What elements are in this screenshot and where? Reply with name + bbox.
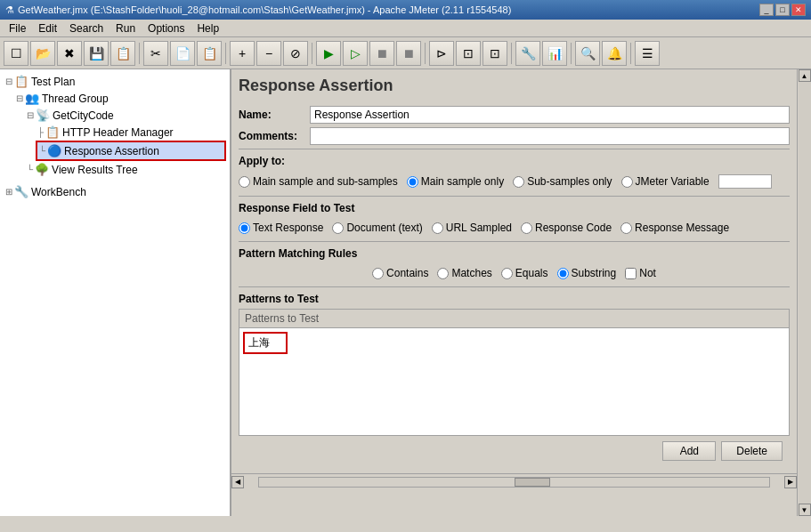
apply-jmeter-var[interactable]: JMeter Variable [621,175,710,188]
field-code-radio[interactable] [521,222,532,234]
field-text-radio[interactable] [239,222,250,234]
connector-2: ⊟ [16,93,23,103]
field-url-radio[interactable] [432,222,443,234]
tree-item-view-results[interactable]: └ 🌳 View Results Tree [25,161,226,178]
toolbar-remove[interactable]: − [256,41,281,66]
toolbar-remote-start[interactable]: ⊳ [429,41,454,66]
tree-item-http-header[interactable]: ├ 📋 HTTP Header Manager [36,124,226,141]
match-equals-radio[interactable] [501,268,513,279]
match-equals[interactable]: Equals [501,267,548,279]
toolbar-stop-now[interactable]: ⏹ [396,41,421,66]
menu-file[interactable]: File [4,20,31,36]
connector-6: └ [27,165,33,174]
toolbar-list[interactable]: ☰ [635,41,660,66]
scroll-left-btn[interactable]: ◀ [231,476,244,488]
tree-item-test-plan[interactable]: ⊟ 📋 Test Plan [4,73,226,90]
match-contains-radio[interactable] [372,268,384,279]
toolbar-sep6 [571,43,572,64]
match-contains[interactable]: Contains [372,267,428,279]
toolbar-run[interactable]: ▶ [316,41,341,66]
scroll-right-btn[interactable]: ▶ [784,476,797,488]
field-response-code[interactable]: Response Code [521,222,612,234]
scroll-vert-track[interactable] [799,82,811,504]
toolbar-paste[interactable]: 📋 [197,41,222,66]
field-message-radio[interactable] [620,222,632,234]
toolbar-new[interactable]: ☐ [4,41,28,66]
patterns-body: 上海 [239,328,789,435]
toolbar-save[interactable]: 💾 [84,41,109,66]
tree-item-thread-group[interactable]: ⊟ 👥 Thread Group [14,90,226,107]
thread-group-label: Thread Group [42,93,109,105]
tree-item-get-city-code[interactable]: ⊟ 📡 GetCityCode [25,107,226,124]
scroll-down-btn[interactable]: ▼ [799,504,811,516]
menu-options[interactable]: Options [142,20,190,36]
toolbar-saveas[interactable]: 📋 [110,41,135,66]
menu-bar: File Edit Search Run Options Help [0,20,811,37]
toolbar-tool1[interactable]: 🔧 [515,41,540,66]
scroll-up-btn[interactable]: ▲ [799,69,811,82]
field-url-sampled[interactable]: URL Sampled [432,222,512,234]
match-matches-radio[interactable] [437,268,449,279]
pattern-matching-group: Contains Matches Equals Substring Not [239,263,790,283]
apply-main-only[interactable]: Main sample only [407,175,504,188]
toolbar-remote-stop-all[interactable]: ⊡ [483,41,507,66]
toolbar-run-no-pause[interactable]: ▷ [343,41,368,66]
scroll-thumb[interactable] [515,478,550,487]
toolbar: ☐ 📂 ✖ 💾 📋 ✂ 📄 📋 + − ⊘ ▶ ▷ ⏹ ⏹ ⊳ ⊡ ⊡ 🔧 📊 … [0,37,811,69]
match-not[interactable]: Not [625,267,656,279]
connector-4: ├ [37,127,44,137]
menu-help[interactable]: Help [191,20,224,36]
maximize-button[interactable]: □ [775,4,790,16]
scroll-track[interactable] [258,477,770,488]
test-plan-icon: 📋 [14,75,28,88]
toolbar-tool2[interactable]: 📊 [542,41,567,66]
horizontal-scrollbar[interactable]: ◀ ▶ [231,473,797,489]
toolbar-search[interactable]: 🔍 [575,41,600,66]
apply-sub-only-radio[interactable] [513,176,524,188]
apply-jmeter-var-label: JMeter Variable [636,175,710,188]
name-input[interactable] [310,106,790,124]
match-substring[interactable]: Substring [557,267,617,279]
toolbar-tool3[interactable]: 🔔 [602,41,627,66]
pattern-matching-label: Pattern Matching Rules [239,247,790,260]
field-response-message[interactable]: Response Message [620,222,729,234]
apply-main-only-radio[interactable] [407,176,418,188]
match-matches[interactable]: Matches [437,267,491,279]
main-container: ⊟ 📋 Test Plan ⊟ 👥 Thread Group ⊟ 📡 GetCi… [0,69,811,516]
toolbar-open[interactable]: 📂 [30,41,55,66]
field-document-radio[interactable] [332,222,344,234]
apply-main-sub-radio[interactable] [239,176,250,188]
toolbar-add[interactable]: + [230,41,255,66]
toolbar-close-test[interactable]: ✖ [57,41,82,66]
apply-jmeter-var-radio[interactable] [621,176,633,188]
field-document[interactable]: Document (text) [332,222,422,234]
divider-3 [239,241,790,242]
window-title: GetWeather.jmx (E:\StashFolder\huoli_28@… [18,4,511,15]
match-not-checkbox[interactable] [625,268,637,279]
jmeter-var-input[interactable] [718,174,772,189]
match-substring-radio[interactable] [557,268,569,279]
tree-item-response-assertion[interactable]: └ 🔵 Response Assertion [36,141,226,161]
add-button[interactable]: Add [662,441,716,461]
toolbar-sep5 [511,43,512,64]
apply-sub-only[interactable]: Sub-samples only [513,175,612,188]
toolbar-stop[interactable]: ⏹ [369,41,394,66]
comments-input[interactable] [310,127,790,145]
toolbar-clear[interactable]: ⊘ [283,41,308,66]
toolbar-remote-stop[interactable]: ⊡ [456,41,481,66]
apply-main-sub[interactable]: Main sample and sub-samples [239,175,398,188]
match-equals-label: Equals [515,267,548,279]
toolbar-copy[interactable]: 📄 [170,41,195,66]
vertical-scrollbar: ▲ ▼ [797,69,811,516]
field-text-response[interactable]: Text Response [239,222,323,234]
toolbar-cut[interactable]: ✂ [143,41,168,66]
menu-search[interactable]: Search [64,20,109,36]
minimize-button[interactable]: _ [759,4,774,16]
menu-edit[interactable]: Edit [33,20,62,36]
name-row: Name: [239,106,790,124]
delete-button[interactable]: Delete [721,441,783,461]
pattern-cell-1[interactable]: 上海 [243,332,288,354]
menu-run[interactable]: Run [110,20,141,36]
close-button[interactable]: ✕ [791,4,806,16]
tree-item-workbench[interactable]: ⊞ 🔧 WorkBench [4,183,226,200]
